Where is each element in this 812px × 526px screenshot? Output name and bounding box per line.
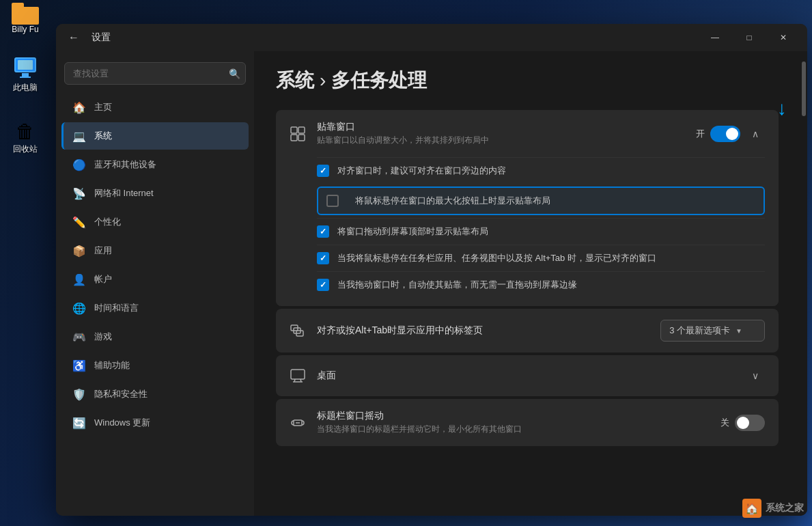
desktop-icon-computer[interactable]: 此电脑 <box>1 55 49 96</box>
snap-window-title-area: 贴靠窗口 贴靠窗口以自动调整大小，并将其排列到布局中 <box>317 121 685 146</box>
title-bar-shake-header: 标题栏窗口摇动 当我选择窗口的标题栏并摇动它时，最小化所有其他窗口 关 <box>276 399 779 446</box>
main-content: 系统 › 多任务处理 ↓ <box>254 51 800 516</box>
sidebar-item-accounts-label: 帐户 <box>94 273 112 286</box>
title-bar-shake-subtitle: 当我选择窗口的标题栏并摇动它时，最小化所有其他窗口 <box>317 424 710 435</box>
watermark-label: 系统之家 <box>766 502 804 514</box>
snap-sub-option-5-text: 当我拖动窗口时，自动使其贴靠，而无需一直拖动到屏幕边缘 <box>337 279 577 291</box>
svg-rect-3 <box>298 135 305 141</box>
breadcrumb: 系统 › 多任务处理 <box>276 68 779 94</box>
window-title: 设置 <box>92 31 111 44</box>
title-bar-shake-toggle-label: 关 <box>720 417 729 429</box>
desktop-expand-btn[interactable]: ∨ <box>746 366 765 385</box>
sidebar-item-time-label: 时间和语言 <box>94 302 139 314</box>
sidebar-item-windows-update[interactable]: 🔄 Windows 更新 <box>61 409 249 437</box>
network-icon: 📡 <box>72 186 86 200</box>
scrollbar-track[interactable] <box>800 51 807 516</box>
snap-sub-option-3: ✓ 将窗口拖动到屏幕顶部时显示贴靠布局 <box>317 218 765 245</box>
blue-arrow-indicator: ↓ <box>777 98 787 120</box>
breadcrumb-separator: › <box>320 70 326 92</box>
sidebar-item-apps[interactable]: 📦 应用 <box>61 237 249 264</box>
scrollbar-thumb[interactable] <box>802 61 806 116</box>
alt-tab-section: 对齐或按Alt+Tab时显示应用中的标签页 3 个最新选项卡 ▼ <box>276 309 779 352</box>
breadcrumb-parent: 系统 <box>276 68 314 94</box>
desktop-icon-recycle[interactable]: 🗑 回收站 <box>1 116 49 158</box>
snap-expand-btn[interactable]: ∧ <box>746 124 765 143</box>
snap-sub-options: ✓ 对齐窗口时，建议可对齐在窗口旁边的内容 将鼠标悬停在窗口的最大化按钮上时显示… <box>276 157 779 306</box>
sidebar-item-network-label: 网络和 Internet <box>94 187 154 199</box>
sidebar-item-accounts[interactable]: 👤 帐户 <box>61 266 249 293</box>
windows-update-icon: 🔄 <box>72 416 86 430</box>
search-icon[interactable]: 🔍 <box>229 68 240 79</box>
desktop-title: 桌面 <box>317 370 735 382</box>
title-bar-shake-controls: 关 <box>720 415 765 431</box>
snap-window-section: 贴靠窗口 贴靠窗口以自动调整大小，并将其排列到布局中 开 ∧ ✓ <box>276 110 779 306</box>
snap-sub-option-2-text: 将鼠标悬停在窗口的最大化按钮上时显示贴靠布局 <box>355 195 550 207</box>
snap-checkbox-3[interactable]: ✓ <box>317 225 329 238</box>
sidebar-item-privacy[interactable]: 🛡️ 隐私和安全性 <box>61 380 249 408</box>
alt-tab-title: 对齐或按Alt+Tab时显示应用中的标签页 <box>317 324 649 337</box>
snap-checkbox-4[interactable]: ✓ <box>317 252 329 264</box>
desktop-icon-folder[interactable]: Billy Fu <box>1 0 49 37</box>
snap-window-header: 贴靠窗口 贴靠窗口以自动调整大小，并将其排列到布局中 开 ∧ <box>276 110 779 157</box>
sidebar-item-personalization[interactable]: ✏️ 个性化 <box>61 208 249 236</box>
folder-icon <box>12 3 39 25</box>
settings-window: ← 设置 — □ ✕ 🔍 🏠 主页 💻 系统 🔵 <box>56 24 807 516</box>
title-bar-shake-section: 标题栏窗口摇动 当我选择窗口的标题栏并摇动它时，最小化所有其他窗口 关 <box>276 399 779 446</box>
window-controls: — □ ✕ <box>699 27 799 48</box>
sidebar-item-personalization-label: 个性化 <box>94 216 121 228</box>
maximize-button[interactable]: □ <box>733 27 765 48</box>
snap-checkbox-2[interactable] <box>326 195 339 207</box>
sidebar-item-accessibility[interactable]: ♿ 辅助功能 <box>61 352 249 379</box>
home-icon: 🏠 <box>72 100 86 114</box>
search-box: 🔍 <box>64 62 246 85</box>
privacy-icon: 🛡️ <box>72 387 86 401</box>
snap-checkbox-5[interactable]: ✓ <box>317 279 329 291</box>
recycle-icon: 🗑 <box>14 119 36 143</box>
svg-rect-2 <box>291 135 297 141</box>
alt-tab-title-area: 对齐或按Alt+Tab时显示应用中的标签页 <box>317 324 649 337</box>
snap-checkbox-1[interactable]: ✓ <box>317 165 329 177</box>
snap-sub-option-4: ✓ 当我将鼠标悬停在任务栏应用、任务视图中以及按 Alt+Tab 时，显示已对齐… <box>317 245 765 271</box>
alt-tab-dropdown[interactable]: 3 个最新选项卡 ▼ <box>660 320 765 342</box>
watermark: 🏠 系统之家 <box>742 499 804 518</box>
apps-icon: 📦 <box>72 244 86 258</box>
title-bar-shake-toggle[interactable] <box>735 415 765 431</box>
accessibility-icon: ♿ <box>72 359 86 372</box>
gaming-icon: 🎮 <box>72 330 86 344</box>
computer-label: 此电脑 <box>13 82 38 94</box>
snap-toggle-label: 开 <box>696 128 705 140</box>
desktop-icon-el <box>290 368 306 384</box>
snap-sub-option-4-text: 当我将鼠标悬停在任务栏应用、任务视图中以及按 Alt+Tab 时，显示已对齐的窗… <box>337 252 656 264</box>
desktop-section: 桌面 ∨ <box>276 355 779 396</box>
sidebar-item-gaming[interactable]: 🎮 游戏 <box>61 323 249 350</box>
computer-icon <box>13 57 38 82</box>
snap-toggle[interactable] <box>710 126 740 142</box>
desktop-controls: ∨ <box>746 366 765 385</box>
sidebar-item-accessibility-label: 辅助功能 <box>94 359 130 372</box>
minimize-button[interactable]: — <box>699 27 731 48</box>
close-button[interactable]: ✕ <box>768 27 799 48</box>
desktop-title-area: 桌面 <box>317 370 735 382</box>
search-input[interactable] <box>64 62 246 85</box>
snap-window-subtitle: 贴靠窗口以自动调整大小，并将其排列到布局中 <box>317 135 685 146</box>
snap-sub-option-3-text: 将窗口拖动到屏幕顶部时显示贴靠布局 <box>337 225 488 238</box>
title-bar: ← 设置 — □ ✕ <box>56 24 807 51</box>
back-button[interactable]: ← <box>64 28 83 47</box>
sidebar-item-home[interactable]: 🏠 主页 <box>61 94 249 121</box>
breadcrumb-current: 多任务处理 <box>331 68 427 94</box>
sidebar-item-home-label: 主页 <box>94 101 112 113</box>
svg-rect-7 <box>291 370 305 379</box>
snap-sub-option-5: ✓ 当我拖动窗口时，自动使其贴靠，而无需一直拖动到屏幕边缘 <box>317 271 765 298</box>
sidebar: 🔍 🏠 主页 💻 系统 🔵 蓝牙和其他设备 📡 网络和 Internet ✏️ … <box>56 51 254 516</box>
sidebar-item-bluetooth[interactable]: 🔵 蓝牙和其他设备 <box>61 151 249 178</box>
system-icon: 💻 <box>72 129 86 143</box>
sidebar-item-time[interactable]: 🌐 时间和语言 <box>61 294 249 322</box>
window-body: 🔍 🏠 主页 💻 系统 🔵 蓝牙和其他设备 📡 网络和 Internet ✏️ … <box>56 51 807 516</box>
watermark-icon: 🏠 <box>742 499 761 518</box>
svg-rect-0 <box>291 127 297 133</box>
snap-window-icon <box>290 126 306 142</box>
svg-rect-1 <box>298 127 305 133</box>
sidebar-item-system[interactable]: 💻 系统 <box>61 122 249 150</box>
sidebar-item-network[interactable]: 📡 网络和 Internet <box>61 180 249 207</box>
sidebar-item-privacy-label: 隐私和安全性 <box>94 388 148 400</box>
